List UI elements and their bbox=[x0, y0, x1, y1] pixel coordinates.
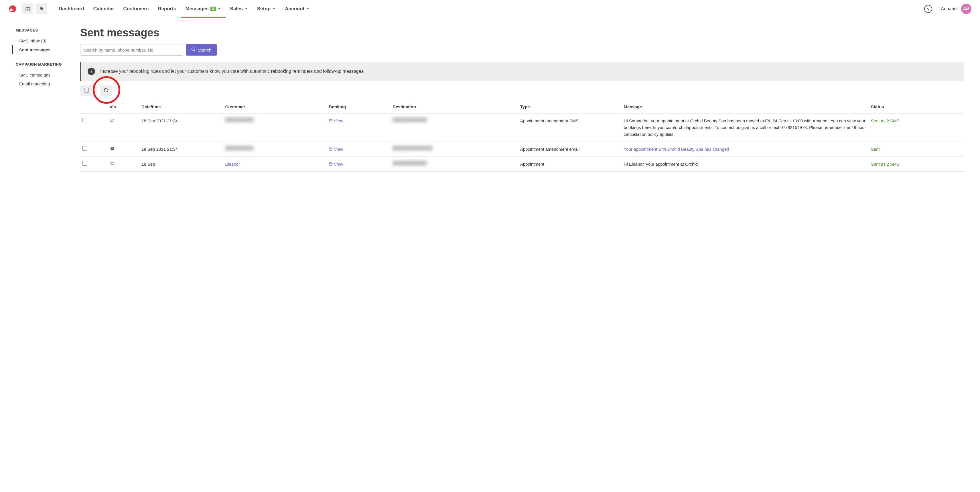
search-input[interactable] bbox=[80, 44, 183, 56]
status-cell: Sent bbox=[869, 142, 964, 157]
sidebar-item-email-marketing[interactable]: Email marketing bbox=[16, 79, 72, 88]
th-destination: Destination bbox=[390, 100, 518, 113]
nav-messages[interactable]: Messages 3 bbox=[181, 0, 226, 18]
sms-icon bbox=[110, 118, 115, 123]
nav-account-label: Account bbox=[285, 6, 304, 12]
sidebar-item-sms-inbox[interactable]: SMS inbox (3) bbox=[16, 37, 72, 45]
view-booking-link[interactable]: View bbox=[334, 161, 343, 166]
nav-sales-label: Sales bbox=[230, 6, 243, 12]
banner-link[interactable]: rebooking reminders and follow-up messag… bbox=[271, 69, 364, 73]
th-customer: Customer bbox=[223, 100, 326, 113]
info-banner: i Increase your rebooking rates and let … bbox=[80, 62, 964, 81]
th-status: Status bbox=[869, 100, 964, 113]
search-icon bbox=[191, 47, 196, 53]
type-cell: Appointment amendment SMS bbox=[518, 113, 622, 142]
new-appointment-button[interactable] bbox=[22, 3, 33, 14]
calendar-icon bbox=[329, 118, 332, 124]
svg-point-1 bbox=[10, 9, 13, 11]
svg-rect-19 bbox=[329, 163, 332, 165]
messages-table: Via Date/time Customer Booking Destinati… bbox=[80, 100, 964, 172]
status-cell: Sent as 2 SMS bbox=[869, 113, 964, 142]
type-cell: Appointment bbox=[518, 157, 622, 172]
nav-sales[interactable]: Sales bbox=[226, 0, 253, 18]
svg-line-9 bbox=[194, 50, 195, 51]
nav-reports[interactable]: Reports bbox=[153, 0, 181, 18]
sidebar-heading-messages: MESSAGES bbox=[16, 28, 72, 32]
nav-calendar[interactable]: Calendar bbox=[89, 0, 119, 18]
message-text: Hi Samantha, your appointment at Orchid … bbox=[624, 118, 866, 137]
chevron-down-icon bbox=[272, 6, 276, 12]
messages-badge: 3 bbox=[210, 6, 216, 11]
table-row: 18 Sep 2021 21:34xxxxxxxViewxxxxxxxAppoi… bbox=[80, 142, 964, 157]
datetime-cell: 18 Sep 2021 21:34 bbox=[139, 142, 223, 157]
chevron-down-icon bbox=[218, 6, 221, 12]
th-message: Message bbox=[622, 100, 869, 113]
info-banner-text: Increase your rebooking rates and let yo… bbox=[100, 68, 365, 75]
row-checkbox[interactable] bbox=[83, 146, 87, 151]
page-title: Sent messages bbox=[80, 27, 964, 39]
nav-messages-label: Messages bbox=[186, 6, 209, 12]
select-all-checkbox[interactable] bbox=[80, 85, 93, 96]
refresh-button[interactable] bbox=[100, 85, 112, 96]
view-booking-link[interactable]: View bbox=[334, 147, 343, 152]
table-toolbar bbox=[80, 83, 964, 97]
tag-button[interactable] bbox=[36, 3, 47, 14]
chevron-down-icon bbox=[245, 6, 248, 12]
sidebar-item-sms-campaigns[interactable]: SMS campaigns bbox=[16, 70, 72, 79]
nav-account[interactable]: Account bbox=[280, 0, 314, 18]
top-nav: Dashboard Calendar Customers Reports Mes… bbox=[0, 0, 980, 18]
th-datetime: Date/time bbox=[139, 100, 223, 113]
sidebar-item-sent-messages[interactable]: Sent messages bbox=[12, 45, 72, 54]
avatar[interactable]: AM bbox=[961, 4, 971, 14]
nav-dashboard[interactable]: Dashboard bbox=[54, 0, 89, 18]
status-cell: Sent as 2 SMS bbox=[869, 157, 964, 172]
sidebar-heading-campaign: CAMPAIGN MARKETING bbox=[16, 62, 72, 67]
customer-link[interactable]: Eleanor bbox=[225, 161, 240, 166]
calendar-icon bbox=[329, 161, 332, 167]
nav-setup-label: Setup bbox=[257, 6, 270, 12]
svg-point-7 bbox=[40, 8, 41, 8]
main-content: Sent messages Search i Increase your reb… bbox=[72, 18, 980, 172]
th-type: Type bbox=[518, 100, 622, 113]
help-button[interactable]: ? bbox=[924, 5, 932, 13]
datetime-cell: 18 Sep 2021 21:34 bbox=[139, 113, 223, 142]
datetime-cell: 18 Sep bbox=[139, 157, 223, 172]
row-checkbox[interactable] bbox=[83, 161, 87, 166]
table-row: 18 Sep 2021 21:34xxxxxxxViewxxxxxxxAppoi… bbox=[80, 113, 964, 142]
brand-logo[interactable] bbox=[9, 5, 17, 13]
row-checkbox[interactable] bbox=[83, 118, 87, 122]
svg-point-8 bbox=[192, 48, 194, 50]
chevron-down-icon bbox=[306, 6, 310, 12]
sms-icon bbox=[110, 161, 115, 166]
table-row: 18 SepEleanorViewxxxxxxxAppointmentHi El… bbox=[80, 157, 964, 172]
sidebar: MESSAGES SMS inbox (3) Sent messages CAM… bbox=[0, 18, 72, 172]
svg-point-0 bbox=[9, 5, 16, 13]
svg-rect-14 bbox=[110, 147, 114, 150]
nav-customers[interactable]: Customers bbox=[119, 0, 153, 18]
message-text: Hi Eleanor, your appointment at Orchid bbox=[624, 161, 698, 166]
view-booking-link[interactable]: View bbox=[334, 118, 343, 123]
calendar-icon bbox=[329, 146, 332, 152]
message-link[interactable]: Your appointment with Orchid Beauty Spa … bbox=[624, 147, 729, 152]
username-label: Annabel bbox=[941, 6, 958, 11]
th-via: Via bbox=[107, 100, 139, 113]
search-button-label: Search bbox=[198, 48, 212, 53]
nav-setup[interactable]: Setup bbox=[253, 0, 280, 18]
svg-rect-15 bbox=[329, 148, 332, 150]
th-booking: Booking bbox=[326, 100, 390, 113]
svg-rect-10 bbox=[329, 120, 332, 122]
select-dropdown[interactable] bbox=[93, 85, 97, 96]
type-cell: Appointment amendment email bbox=[518, 142, 622, 157]
email-icon bbox=[110, 147, 115, 152]
search-button[interactable]: Search bbox=[186, 44, 217, 56]
info-icon: i bbox=[88, 68, 95, 75]
